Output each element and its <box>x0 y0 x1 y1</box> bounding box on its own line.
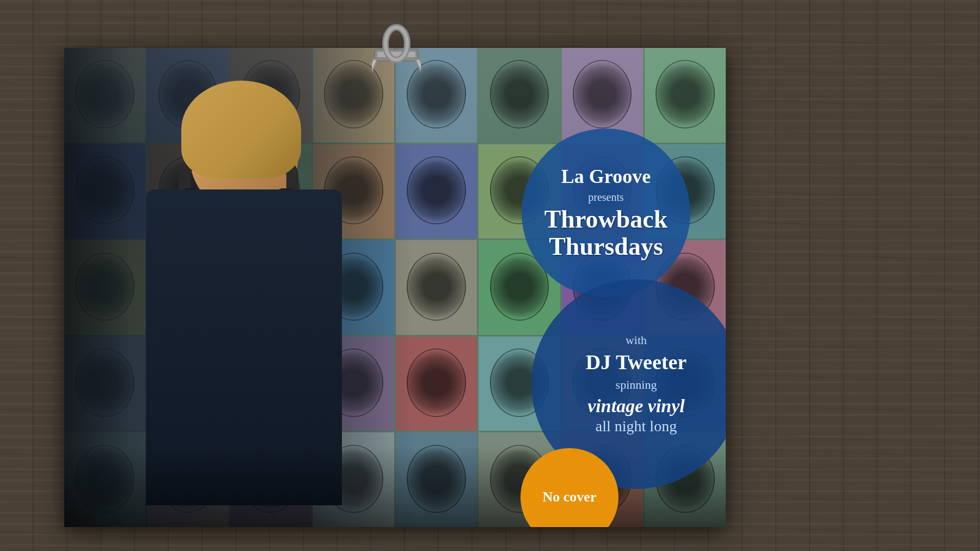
no-cover-label: No cover <box>543 488 597 506</box>
all-night-label: all night long <box>596 418 677 435</box>
person-silhouette <box>91 53 391 527</box>
speaker-tile <box>479 48 560 143</box>
person-body <box>146 189 342 505</box>
dj-name: DJ Tweeter <box>586 350 687 375</box>
venue-name: La Groove <box>561 165 651 188</box>
vinyl-label: vintage vinyl <box>587 395 684 418</box>
main-event-circle: La Groove presents Throwback Thursdays <box>522 128 690 297</box>
person-hair <box>181 81 301 179</box>
event-throwback: Throwback <box>544 206 668 234</box>
spinning-label: spinning <box>616 378 657 392</box>
dj-figure-area <box>64 48 413 527</box>
with-label: with <box>626 333 647 347</box>
presents-label: presents <box>588 191 624 204</box>
binder-clip-icon <box>372 16 421 82</box>
event-poster: La Groove presents Throwback Thursdays w… <box>64 48 726 527</box>
svg-rect-1 <box>377 52 415 57</box>
event-thursdays: Thursdays <box>549 233 663 261</box>
binder-clip <box>372 16 421 82</box>
speaker-tile <box>645 48 726 143</box>
